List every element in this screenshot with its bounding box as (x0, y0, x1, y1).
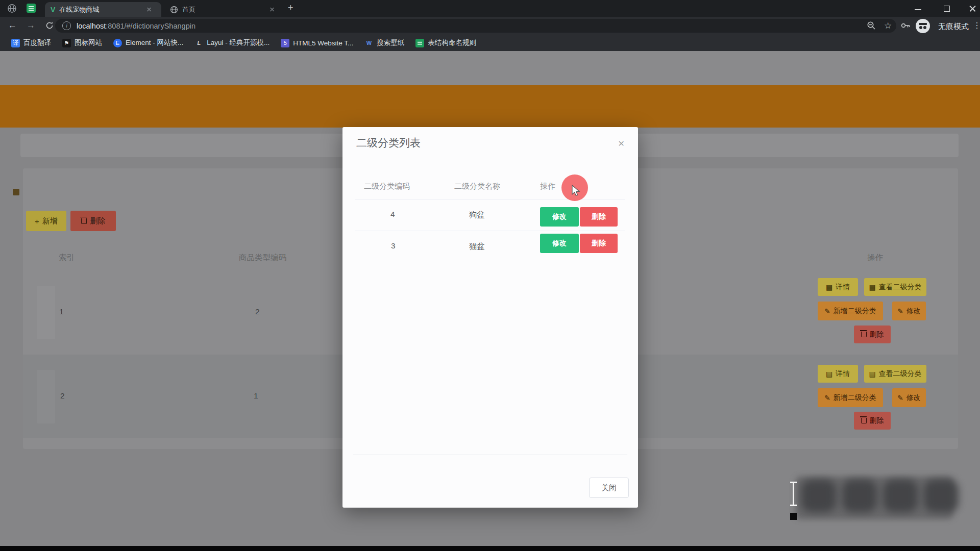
m-edit-button[interactable]: 修改 (540, 207, 579, 227)
bookmark-html5[interactable]: 5 HTML5 Website T... (281, 39, 353, 47)
trash-icon (81, 218, 87, 224)
col-header-type-code: 商品类型编码 (239, 253, 286, 263)
view-subcategory-button[interactable]: ▤查看二级分类 (864, 365, 926, 383)
add-button[interactable]: +新增 (26, 211, 66, 231)
wallpaper-icon: W (364, 39, 373, 47)
m-edit-button[interactable]: 修改 (540, 234, 579, 253)
tab-pet-mall[interactable]: V 在线宠物商城 (45, 2, 161, 17)
zoom-icon[interactable] (867, 21, 876, 30)
divider (355, 231, 625, 231)
address-bar[interactable]: i localhost:8081/#/dictionaryShangpin (55, 19, 896, 33)
row-thumbnail (37, 286, 55, 339)
plus-icon: + (35, 217, 39, 226)
m-cell-code: 4 (390, 210, 395, 219)
cell-type-code: 1 (254, 391, 258, 400)
m-delete-button[interactable]: 删除 (580, 207, 618, 227)
new-tab-button[interactable]: + (288, 3, 293, 13)
col-header-index: 索引 (59, 253, 75, 263)
password-key-icon[interactable] (900, 21, 911, 30)
row-delete-button[interactable]: 删除 (854, 325, 891, 343)
divider (353, 455, 627, 455)
doc-icon: ▤ (826, 370, 832, 378)
m-delete-button[interactable]: 删除 (580, 234, 618, 253)
trash-icon (861, 332, 867, 337)
bookmark-wallpaper[interactable]: W 搜索壁纸 (364, 38, 404, 47)
pencil-icon: ✎ (897, 307, 903, 315)
pencil-icon: ✎ (824, 307, 830, 315)
dialog-close-icon[interactable]: × (618, 137, 624, 149)
cell-index: 1 (59, 307, 64, 316)
edit-button[interactable]: ✎修改 (892, 388, 926, 407)
add-subcategory-button[interactable]: ✎新增二级分类 (818, 388, 883, 407)
bookmark-icon-site[interactable]: ⚑ 图标网站 (62, 38, 102, 47)
cell-type-code: 2 (255, 307, 260, 316)
tab-close-icon[interactable] (145, 6, 153, 14)
bookmark-table-naming[interactable]: 表结构命名规则 (415, 38, 476, 47)
divider (355, 263, 625, 263)
detail-button[interactable]: ▤详情 (818, 365, 858, 383)
m-cell-name: 猫盆 (469, 241, 485, 252)
incognito-icon (916, 19, 930, 33)
blurred-watermark (790, 474, 961, 521)
dialog-close-button[interactable]: 关闭 (589, 478, 629, 498)
edit-button[interactable]: ✎修改 (892, 302, 926, 320)
window-close-button[interactable] (969, 5, 976, 12)
site-header: 在线宠物商城 管理员 admin 退出到前台 退出登录 (0, 51, 980, 85)
tab-close-icon[interactable] (268, 6, 276, 14)
col-header-actions: 操作 (867, 253, 883, 263)
screen: V 在线宠物商城 首页 + ← → i localhost:8081/#/dic… (0, 0, 980, 551)
subcategory-dialog: 二级分类列表 × 二级分类编码 二级分类名称 操作 4 狗盆 修改 删除 3 猫… (342, 127, 638, 508)
m-col-actions: 操作 (540, 182, 555, 191)
cell-index: 2 (60, 391, 65, 400)
globe-favicon (170, 6, 178, 14)
html5-icon: 5 (281, 39, 289, 47)
bookmark-layui[interactable]: L Layui - 经典开源模... (194, 38, 270, 47)
window-restore-button[interactable] (944, 6, 950, 12)
reload-icon[interactable] (45, 21, 54, 30)
divider (355, 199, 625, 199)
bookmark-element[interactable]: E Element - 网站快... (113, 38, 183, 47)
tab-home[interactable]: 首页 (164, 2, 281, 17)
bookmark-baidu-translate[interactable]: 译 百度翻译 (11, 38, 51, 47)
bookmarks-bar: 译 百度翻译 ⚑ 图标网站 E Element - 网站快... L Layui… (0, 35, 980, 51)
vue-favicon: V (51, 6, 55, 14)
doc-icon: ▤ (869, 370, 875, 378)
mouse-cursor (570, 185, 582, 198)
tab-title: 首页 (182, 5, 268, 14)
forward-icon[interactable]: → (27, 20, 35, 31)
home-icon (13, 189, 19, 195)
bookmark-star-icon[interactable]: ☆ (884, 20, 892, 31)
table-rules-icon (415, 39, 424, 47)
m-col-name: 二级分类名称 (454, 182, 500, 191)
sheets-pinned-icon[interactable] (27, 4, 36, 13)
page-info-icon[interactable]: i (62, 21, 71, 30)
dialog-title: 二级分类列表 (356, 136, 421, 150)
delete-button[interactable]: 删除 (70, 211, 116, 231)
detail-button[interactable]: ▤详情 (818, 278, 858, 296)
url-text: localhost:8081/#/dictionaryShangpin (77, 22, 195, 30)
text-cursor (790, 482, 797, 506)
doc-icon: ▤ (869, 283, 875, 291)
window-minimize-button[interactable] (915, 9, 921, 10)
translate-icon: 译 (11, 39, 20, 47)
main-nav: 首页 个人中心 宠物管理 基础数据管理 论坛管理 商品管理 用户管理 轮播图信息 (0, 85, 980, 128)
add-subcategory-button[interactable]: ✎新增二级分类 (818, 302, 883, 320)
view-subcategory-button[interactable]: ▤查看二级分类 (864, 278, 926, 296)
incognito-label: 无痕模式 (938, 22, 969, 32)
m-col-code: 二级分类编码 (364, 182, 410, 191)
pencil-icon: ✎ (824, 394, 830, 402)
cursor-block (790, 513, 797, 520)
row-delete-button[interactable]: 删除 (854, 412, 891, 430)
menu-kebab-icon[interactable]: ⋮ (973, 20, 980, 30)
row-thumbnail (37, 370, 55, 423)
back-icon[interactable]: ← (8, 20, 17, 31)
trash-icon (861, 418, 867, 423)
tab-title: 在线宠物商城 (59, 5, 145, 14)
doc-icon: ▤ (826, 283, 832, 291)
pencil-icon: ✎ (897, 394, 903, 402)
globe-icon (7, 4, 17, 13)
element-icon: E (113, 39, 122, 47)
flag-icon: ⚑ (62, 39, 71, 47)
m-cell-code: 3 (391, 241, 396, 251)
layui-icon: L (194, 39, 203, 47)
